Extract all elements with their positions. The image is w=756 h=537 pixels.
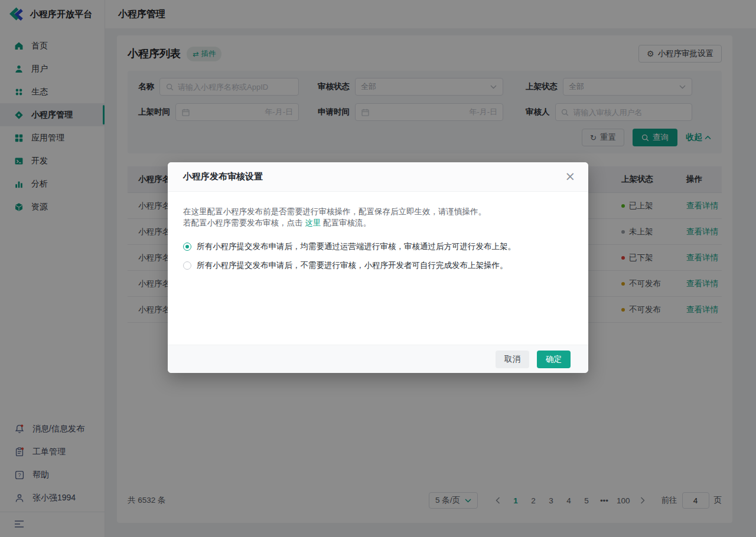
radio-selected-icon[interactable] <box>183 243 191 251</box>
publish-audit-settings-modal: 小程序发布审核设置 × 在这里配置小程序发布前是否需要进行审核操作，配置保存后立… <box>168 162 588 373</box>
modal-title: 小程序发布审核设置 <box>183 171 263 182</box>
option-require-audit[interactable]: 所有小程序提交发布申请后，均需要通过运营端进行审核，审核通过后方可进行发布上架。 <box>183 241 573 252</box>
audit-options: 所有小程序提交发布申请后，均需要通过运营端进行审核，审核通过后方可进行发布上架。… <box>183 241 573 271</box>
option-label: 所有小程序提交发布申请后，均需要通过运营端进行审核，审核通过后方可进行发布上架。 <box>197 241 516 252</box>
modal-footer: 取消 确定 <box>168 345 588 373</box>
modal-description-line2: 若配置小程序需要发布审核，点击 这里 配置审核流。 <box>183 217 573 228</box>
modal-header: 小程序发布审核设置 × <box>168 162 588 192</box>
option-label: 所有小程序提交发布申请后，不需要进行审核，小程序开发者可自行完成发布上架操作。 <box>197 260 508 271</box>
close-icon[interactable]: × <box>565 171 575 183</box>
modal-body: 在这里配置小程序发布前是否需要进行审核操作，配置保存后立即生效，请谨慎操作。 若… <box>168 192 588 345</box>
cancel-button[interactable]: 取消 <box>496 351 529 368</box>
desc-text: 若配置小程序需要发布审核，点击 <box>183 218 305 227</box>
modal-description-line1: 在这里配置小程序发布前是否需要进行审核操作，配置保存后立即生效，请谨慎操作。 <box>183 206 573 217</box>
desc-text: 配置审核流。 <box>321 218 371 227</box>
confirm-button[interactable]: 确定 <box>537 351 571 368</box>
option-no-audit[interactable]: 所有小程序提交发布申请后，不需要进行审核，小程序开发者可自行完成发布上架操作。 <box>183 260 573 271</box>
configure-flow-link[interactable]: 这里 <box>305 218 321 227</box>
radio-unselected-icon[interactable] <box>183 261 191 270</box>
